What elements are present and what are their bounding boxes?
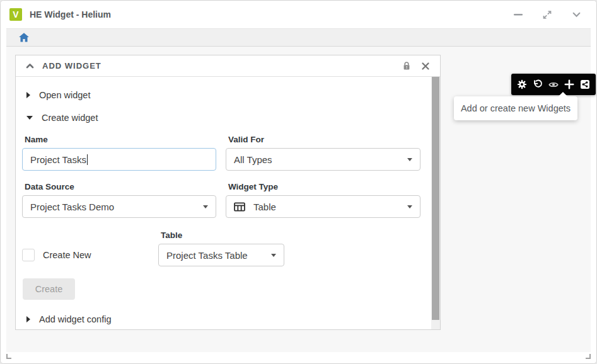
tooltip-text: Add or create new Widgets	[461, 103, 571, 113]
valid-for-label: Valid For	[228, 135, 420, 144]
widget-type-value: Table	[253, 202, 276, 212]
data-source-select[interactable]: Project Tasks Demo	[22, 195, 216, 218]
section-add-widget-config[interactable]: Add widget config	[26, 313, 420, 326]
window-controls	[513, 9, 581, 20]
widget-floating-toolbar	[511, 74, 596, 95]
navigation-toolbar	[6, 28, 591, 47]
tooltip: Add or create new Widgets	[454, 96, 577, 120]
titlebar: V HE Widget - Helium	[1, 1, 596, 28]
create-new-label: Create New	[43, 250, 91, 260]
add-widget-panel: ADD WIDGET	[15, 55, 441, 330]
section-create-widget[interactable]: Create widget	[26, 111, 420, 124]
section-create-widget-label: Create widget	[42, 113, 98, 123]
table-value: Project Tasks Table	[166, 250, 248, 261]
close-icon[interactable]	[421, 62, 430, 71]
widget-type-label: Widget Type	[228, 182, 420, 191]
window-title: HE Widget - Helium	[30, 9, 111, 20]
panel-title: ADD WIDGET	[42, 61, 101, 71]
table-icon	[234, 202, 245, 212]
collapse-icon[interactable]	[571, 9, 581, 20]
dropdown-caret-icon	[407, 158, 412, 161]
create-button[interactable]: Create	[23, 278, 75, 300]
chevron-up-icon[interactable]	[26, 62, 34, 69]
dropdown-caret-icon	[203, 205, 208, 208]
add-widget-panel-body: Open widget Create widget Name Project T…	[16, 77, 440, 329]
home-icon[interactable]	[18, 32, 30, 43]
minimize-icon[interactable]	[513, 9, 523, 20]
expand-icon[interactable]	[542, 9, 552, 20]
create-new-option: Create New	[22, 249, 158, 266]
dropdown-caret-icon	[271, 254, 276, 257]
app-window: V HE Widget - Helium	[0, 0, 597, 364]
section-open-widget[interactable]: Open widget	[26, 89, 420, 101]
create-new-checkbox[interactable]	[22, 249, 35, 261]
eye-icon[interactable]	[548, 79, 559, 89]
widget-type-select[interactable]: Table	[226, 195, 420, 218]
section-add-widget-config-label: Add widget config	[39, 314, 111, 324]
share-square-icon[interactable]	[580, 79, 590, 89]
valid-for-value: All Types	[234, 154, 272, 165]
scrollbar-thumb[interactable]	[432, 77, 439, 320]
lock-icon[interactable]	[402, 61, 411, 71]
section-open-widget-label: Open widget	[39, 90, 90, 100]
undo-icon[interactable]	[533, 79, 543, 89]
bottom-strip	[1, 352, 596, 364]
data-source-label: Data Source	[25, 182, 216, 191]
content-area: ADD WIDGET	[6, 47, 591, 352]
dropdown-caret-icon	[407, 205, 412, 208]
caret-right-icon	[26, 92, 30, 98]
app-logo: V	[9, 8, 22, 21]
add-widget-panel-header: ADD WIDGET	[16, 55, 440, 77]
name-input-value: Project Tasks	[30, 154, 86, 165]
table-select[interactable]: Project Tasks Table	[158, 244, 284, 266]
data-source-value: Project Tasks Demo	[30, 202, 114, 212]
gear-icon[interactable]	[517, 79, 527, 89]
valid-for-select[interactable]: All Types	[226, 148, 420, 171]
name-input[interactable]: Project Tasks	[22, 148, 216, 171]
plus-icon[interactable]	[564, 79, 574, 89]
resize-corner-right[interactable]	[586, 354, 591, 359]
resize-corner-left[interactable]	[6, 354, 11, 359]
name-label: Name	[25, 135, 216, 144]
caret-down-icon	[26, 116, 33, 120]
text-cursor	[87, 154, 88, 165]
panel-vertical-scrollbar[interactable]	[431, 77, 440, 329]
table-label: Table	[161, 230, 284, 240]
caret-right-icon	[26, 316, 30, 322]
